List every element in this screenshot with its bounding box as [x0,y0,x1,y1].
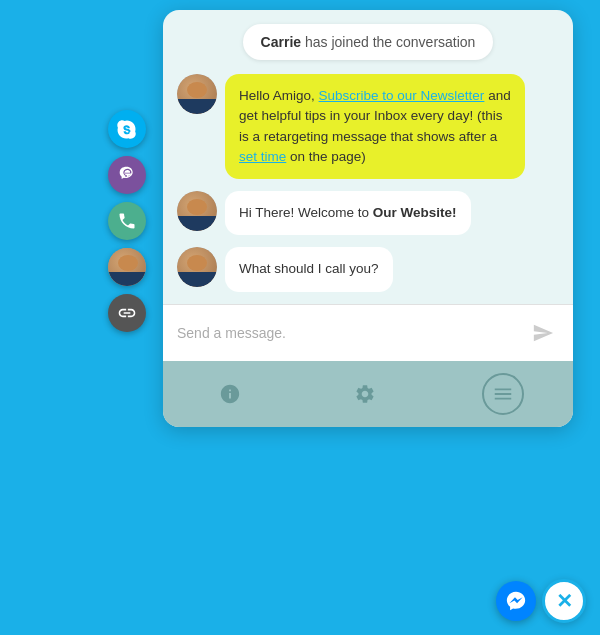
messenger-button[interactable] [496,581,536,621]
website-link-text: Our Website! [373,205,457,220]
menu-button[interactable] [482,373,524,415]
phone-icon[interactable] [108,202,146,240]
settings-button[interactable] [347,376,383,412]
avatar-1 [177,74,217,114]
message-bubble-3: What should I call you? [225,247,393,291]
agent-name: Carrie [261,34,301,50]
link-icon[interactable] [108,294,146,332]
join-notification: Carrie has joined the conversation [243,24,494,60]
message-bubble-1: Hello Amigo, Subscribe to our Newsletter… [225,74,525,179]
agent-avatar-2 [177,191,217,231]
input-area: Send a message. [163,304,573,361]
agent-avatar-small [108,248,146,286]
avatar-3 [177,247,217,287]
agent-avatar-3 [177,247,217,287]
bottom-buttons: ✕ [496,579,586,623]
message-row-1: Hello Amigo, Subscribe to our Newsletter… [177,74,559,179]
set-time-link[interactable]: set time [239,149,286,164]
message-bubble-2: Hi There! Welcome to Our Website! [225,191,471,235]
message-input-placeholder[interactable]: Send a message. [177,325,286,341]
newsletter-link[interactable]: Subscribe to our Newsletter [319,88,485,103]
message-row-3: What should I call you? [177,247,559,291]
viber-icon[interactable] [108,156,146,194]
avatar-2 [177,191,217,231]
close-icon: ✕ [556,591,573,611]
bottom-toolbar [163,361,573,427]
agent-avatar-1 [177,74,217,114]
question-text: What should I call you? [239,261,379,276]
close-button[interactable]: ✕ [542,579,586,623]
info-button[interactable] [212,376,248,412]
send-button[interactable] [527,317,559,349]
message-row-2: Hi There! Welcome to Our Website! [177,191,559,235]
skype-icon[interactable] [108,110,146,148]
messages-area: Hello Amigo, Subscribe to our Newsletter… [163,74,573,300]
join-message: has joined the conversation [301,34,475,50]
chat-widget: Carrie has joined the conversation Hello… [163,10,573,427]
social-icons-panel [108,110,146,332]
